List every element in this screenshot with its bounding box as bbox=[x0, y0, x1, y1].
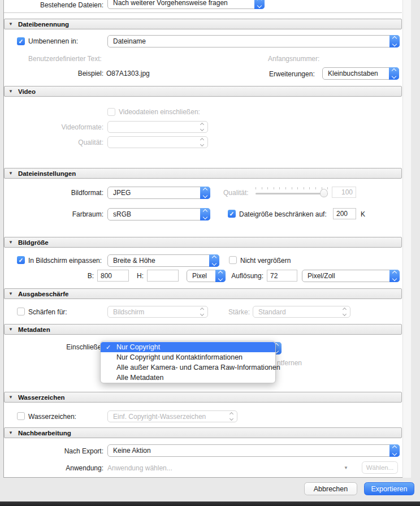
popup-stepper-icon bbox=[201, 137, 203, 148]
colorspace-label: Farbraum: bbox=[34, 210, 103, 218]
section-header-ausgabeschaerfe[interactable]: ▼ Ausgabeschärfe bbox=[4, 288, 402, 299]
limit-size-unit: K bbox=[361, 210, 365, 218]
menu-item-copyright-kontakt[interactable]: Nur Copyright und Kontaktinformationen bbox=[101, 352, 275, 362]
sharpen-label: Schärfen für: bbox=[28, 308, 67, 316]
section-title: Wasserzeichen bbox=[18, 394, 65, 401]
watermark-checkbox[interactable] bbox=[17, 412, 25, 420]
image-format-select[interactable]: JPEG bbox=[107, 187, 210, 199]
metadata-include-label: Einschließen bbox=[57, 343, 105, 351]
collapse-triangle-icon: ▼ bbox=[8, 431, 13, 435]
section-header-dateibenennung[interactable]: ▼ Dateibenennung bbox=[4, 19, 402, 29]
menu-item-label: Nur Copyright und Kontaktinformationen bbox=[116, 353, 243, 361]
collapse-triangle-icon: ▼ bbox=[8, 327, 13, 332]
custom-text-label: Benutzerdefinierter Text: bbox=[28, 55, 102, 63]
existing-files-select[interactable]: Nach weiterer Vorgehensweise fragen bbox=[107, 0, 265, 9]
application-dropdown-arrow-icon: ▼ bbox=[344, 466, 348, 470]
menu-item-alle-metadaten[interactable]: Alle Metadaten bbox=[101, 373, 275, 383]
resolution-unit-select[interactable]: Pixel/Zoll bbox=[302, 270, 400, 282]
section-title: Ausgabeschärfe bbox=[18, 291, 68, 297]
application-label: Anwendung: bbox=[34, 464, 103, 472]
video-format-select bbox=[107, 121, 208, 133]
video-format-label: Videoformate: bbox=[34, 123, 103, 131]
section-title: Nachbearbeitung bbox=[18, 430, 71, 436]
sharpen-amount-select: Standard bbox=[253, 306, 350, 318]
application-placeholder: Anwendung wählen... bbox=[107, 464, 172, 472]
width-field[interactable] bbox=[97, 270, 129, 282]
quality-field bbox=[332, 187, 356, 198]
popup-stepper-icon bbox=[200, 208, 210, 220]
watermark-label: Wasserzeichen: bbox=[28, 413, 76, 421]
section-header-wasserzeichen[interactable]: ▼ Wasserzeichen bbox=[4, 392, 402, 403]
popup-stepper-icon bbox=[200, 187, 210, 199]
resolution-label: Auflösung: bbox=[228, 272, 263, 280]
selected-value: sRGB bbox=[113, 209, 131, 220]
popup-stepper-icon bbox=[230, 411, 233, 422]
limit-size-label: Dateigröße beschränken auf: bbox=[239, 210, 327, 218]
size-unit-select[interactable]: Pixel bbox=[187, 270, 226, 282]
image-format-label: Bildformat: bbox=[34, 189, 103, 197]
section-header-bildgroesse[interactable]: ▼ Bildgröße bbox=[4, 237, 402, 248]
colorspace-select[interactable]: sRGB bbox=[107, 208, 210, 220]
menu-item-nur-copyright[interactable]: ✓ Nur Copyright bbox=[101, 342, 275, 352]
no-enlarge-label: Nicht vergrößern bbox=[240, 257, 291, 265]
section-title: Dateieinstellungen bbox=[18, 170, 76, 177]
collapse-triangle-icon: ▼ bbox=[8, 171, 13, 176]
section-title: Dateibenennung bbox=[18, 21, 69, 28]
menu-item-label: Alle außer Kamera- und Camera Raw-Inform… bbox=[116, 364, 280, 371]
collapse-triangle-icon: ▼ bbox=[8, 22, 13, 27]
popup-stepper-icon bbox=[343, 306, 346, 317]
section-header-nachbearbeitung[interactable]: ▼ Nachbearbeitung bbox=[4, 427, 402, 438]
section-divider bbox=[4, 12, 402, 13]
rename-pattern-select[interactable]: Dateiname bbox=[107, 35, 400, 47]
extensions-select[interactable]: Kleinbuchstaben bbox=[322, 67, 399, 80]
quality-slider-handle bbox=[320, 189, 328, 197]
rename-checkbox[interactable] bbox=[17, 37, 25, 45]
section-title: Video bbox=[18, 88, 36, 95]
collapse-triangle-icon: ▼ bbox=[8, 292, 13, 296]
fit-checkbox[interactable] bbox=[17, 256, 25, 264]
menu-item-alle-ausser-kamera[interactable]: Alle außer Kamera- und Camera Raw-Inform… bbox=[101, 362, 275, 373]
selected-value: JPEG bbox=[113, 187, 131, 198]
limit-size-field[interactable] bbox=[333, 208, 356, 219]
cancel-button[interactable]: Abbrechen bbox=[304, 482, 357, 495]
section-title: Metadaten bbox=[18, 326, 50, 333]
popup-stepper-icon bbox=[215, 270, 226, 282]
section-header-dateieinstellungen[interactable]: ▼ Dateieinstellungen bbox=[4, 168, 402, 179]
selected-value: Breite & Höhe bbox=[113, 255, 155, 266]
collapse-triangle-icon: ▼ bbox=[8, 89, 13, 94]
section-title: Bildgröße bbox=[18, 239, 49, 246]
popup-stepper-icon bbox=[201, 306, 203, 317]
quality-label: Qualität: bbox=[223, 189, 249, 197]
video-quality-label: Qualität: bbox=[34, 139, 103, 146]
after-export-select[interactable]: Keine Aktion bbox=[107, 444, 400, 457]
section-header-video[interactable]: ▼ Video bbox=[4, 86, 402, 97]
after-export-label: Nach Export: bbox=[34, 447, 103, 455]
example-value: O87A1303.jpg bbox=[106, 70, 150, 77]
selected-value: Einf. Copyright-Wasserzeichen bbox=[113, 411, 206, 422]
limit-size-checkbox[interactable] bbox=[228, 210, 236, 218]
selected-value: Kleinbuchstaben bbox=[328, 68, 378, 79]
fit-label: In Bildschirm einpassen: bbox=[28, 257, 102, 265]
no-enlarge-checkbox[interactable] bbox=[229, 256, 237, 264]
choose-application-button: Wählen... bbox=[362, 461, 398, 474]
popup-stepper-icon bbox=[209, 254, 219, 267]
popup-stepper-icon bbox=[389, 67, 399, 80]
menu-check-icon: ✓ bbox=[106, 342, 111, 352]
selected-value: Keine Aktion bbox=[113, 445, 151, 456]
quality-slider-ticks bbox=[256, 187, 328, 189]
selected-value: Nach weiterer Vorgehensweise fragen bbox=[113, 0, 228, 8]
popup-stepper-icon bbox=[201, 122, 203, 132]
fit-mode-select[interactable]: Breite & Höhe bbox=[107, 254, 219, 267]
video-quality-select bbox=[107, 136, 208, 148]
include-video-checkbox bbox=[107, 108, 115, 116]
extensions-label: Erweiterungen: bbox=[269, 70, 315, 78]
resolution-field[interactable] bbox=[267, 270, 297, 282]
quality-slider-track bbox=[256, 193, 328, 194]
watermark-select: Einf. Copyright-Wasserzeichen bbox=[107, 410, 237, 422]
section-header-metadaten[interactable]: ▼ Metadaten bbox=[4, 324, 402, 335]
sharpen-checkbox[interactable] bbox=[17, 308, 25, 315]
popup-stepper-icon bbox=[389, 35, 400, 47]
width-label: B: bbox=[79, 272, 94, 280]
export-button[interactable]: Exportieren bbox=[364, 482, 414, 495]
height-field[interactable] bbox=[147, 270, 179, 282]
